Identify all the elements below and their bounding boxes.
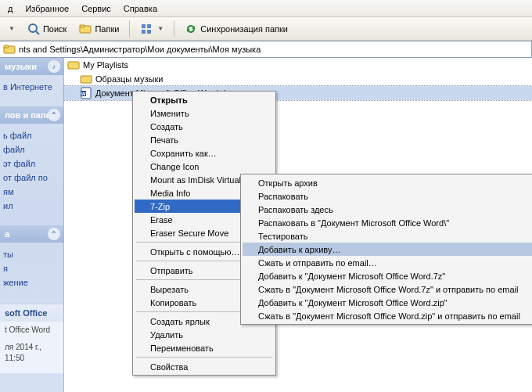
toolbar-sync-label: Синхронизация папки	[200, 24, 288, 34]
sidebar: музыки ♪ в Интернете лов и папок ⌃ ь фай…	[0, 58, 64, 392]
menubar: д Избранное Сервис Справка	[0, 0, 532, 17]
sidebar-file-task-3[interactable]: от файл по	[3, 171, 60, 185]
folder-playlists-icon	[67, 59, 80, 71]
folder-samples-icon	[80, 73, 92, 85]
views-icon	[140, 23, 153, 35]
ctx-print[interactable]: Печать	[135, 133, 274, 146]
sidebar-file-task-1[interactable]: файл	[3, 142, 60, 156]
toolbar-sync[interactable]: Синхронизация папки	[179, 20, 293, 38]
svg-rect-10	[68, 62, 79, 69]
sidebar-places-header[interactable]: а ⌃	[0, 225, 63, 243]
toolbar-search[interactable]: Поиск	[22, 20, 72, 38]
sub-extract-here[interactable]: Распаковать здесь	[243, 203, 532, 216]
address-path: nts and Settings\Администратор\Мои докум…	[19, 45, 261, 54]
sub-extract-to[interactable]: Распаковать в "Документ Microsoft Office…	[243, 216, 532, 229]
sub-add-to-archive[interactable]: Добавить к архиву…	[243, 243, 532, 256]
sub-compress-email[interactable]: Сжать и отправить по email…	[243, 256, 532, 269]
sidebar-file-task-5[interactable]: ил	[3, 199, 60, 213]
toolbar-folders-label: Папки	[95, 24, 119, 34]
toolbar-separator-2	[174, 20, 174, 38]
sub-compress-zip-email[interactable]: Сжать в "Документ Microsoft Office Word.…	[243, 309, 532, 322]
address-bar[interactable]: nts and Settings\Администратор\Мои докум…	[0, 41, 532, 58]
sidebar-file-task-4[interactable]: ям	[3, 185, 60, 199]
sub-add-zip[interactable]: Добавить к "Документ Microsoft Office Wo…	[243, 296, 532, 309]
submenu-7zip: Открыть архив Распаковать Распаковать зд…	[240, 174, 532, 325]
tree-label: Образцы музыки	[95, 74, 163, 84]
ctx-delete[interactable]: Удалить	[135, 328, 274, 341]
search-icon	[27, 23, 40, 35]
folders-icon	[79, 23, 92, 35]
sync-icon	[185, 23, 197, 35]
menu-item-help[interactable]: Справка	[117, 2, 164, 15]
svg-rect-6	[142, 30, 146, 34]
toolbar-folders[interactable]: Папки	[74, 20, 124, 38]
sidebar-files-header[interactable]: лов и папок ⌃	[0, 106, 63, 124]
ctx-edit[interactable]: Изменить	[135, 106, 274, 120]
ctx-saveas[interactable]: Сохранить как…	[135, 146, 274, 160]
ctx-create[interactable]: Создать	[135, 120, 274, 133]
sub-extract[interactable]: Распаковать	[243, 189, 532, 203]
svg-rect-11	[81, 76, 92, 83]
file-list: My Playlists Образцы музыки W Документ M…	[64, 58, 532, 392]
svg-line-1	[36, 31, 39, 34]
menu-item-favorites[interactable]: Избранное	[19, 2, 75, 15]
svg-rect-5	[147, 24, 151, 28]
sidebar-place-2[interactable]: жение	[3, 275, 60, 290]
svg-rect-3	[80, 25, 84, 27]
menu-item-d[interactable]: д	[2, 2, 19, 15]
toolbar-back-dropdown[interactable]: ▼	[2, 20, 20, 38]
word-file-icon: W	[80, 87, 92, 99]
ctx-properties[interactable]: Свойства	[135, 360, 274, 373]
toolbar-separator	[129, 20, 130, 38]
svg-rect-7	[147, 30, 151, 34]
ctx-open[interactable]: Открыть	[135, 93, 274, 106]
sidebar-file-task-0[interactable]: ь файл	[3, 128, 60, 142]
ctx-rename[interactable]: Переименовать	[135, 341, 274, 354]
tree-item-playlists[interactable]: My Playlists	[64, 58, 532, 72]
toolbar-views[interactable]: ▼	[135, 20, 169, 38]
sub-compress-7z-email[interactable]: Сжать в "Документ Microsoft Office Word.…	[243, 282, 532, 296]
details-date: ля 2014 г., 11:50	[0, 339, 63, 367]
sidebar-file-task-2[interactable]: эт файл	[3, 156, 60, 171]
ctx-separator	[136, 357, 272, 358]
toolbar-search-label: Поиск	[43, 24, 66, 34]
tree-item-samples[interactable]: Образцы музыки	[64, 72, 532, 86]
sidebar-place-0[interactable]: ты	[3, 247, 60, 261]
sidebar-details-header: soft Office	[0, 304, 63, 322]
tree-label: My Playlists	[83, 60, 128, 70]
sidebar-music-link[interactable]: в Интернете	[3, 80, 60, 94]
music-header-icon: ♪	[48, 60, 60, 73]
svg-text:W: W	[81, 92, 86, 96]
sidebar-place-1[interactable]: я	[3, 261, 60, 275]
ctx-changeicon[interactable]: Change Icon	[135, 160, 274, 173]
svg-rect-4	[142, 24, 146, 28]
sub-test[interactable]: Тестировать	[243, 229, 532, 243]
main-area: музыки ♪ в Интернете лов и папок ⌃ ь фай…	[0, 58, 532, 392]
sidebar-music-header[interactable]: музыки ♪	[0, 58, 63, 75]
menu-item-tools[interactable]: Сервис	[75, 2, 117, 15]
details-filename: t Office Word	[0, 322, 63, 339]
svg-point-0	[29, 24, 37, 32]
svg-rect-9	[4, 45, 9, 48]
chevron-up-icon: ⌃	[48, 109, 60, 121]
chevron-up-icon: ⌃	[48, 228, 60, 240]
sidebar-details: soft Office t Office Word ля 2014 г., 11…	[0, 304, 63, 373]
folder-icon	[3, 43, 16, 56]
toolbar: ▼ Поиск Папки ▼ Синхронизация папки	[0, 17, 532, 41]
sub-open-archive[interactable]: Открыть архив	[243, 176, 532, 189]
sub-add-7z[interactable]: Добавить к "Документ Microsoft Office Wo…	[243, 269, 532, 282]
